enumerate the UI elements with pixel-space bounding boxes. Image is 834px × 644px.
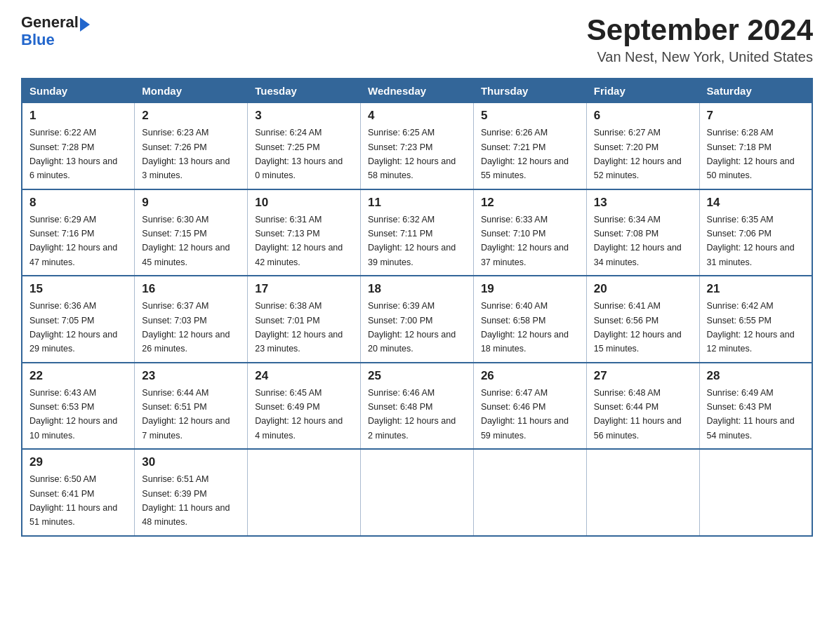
calendar-week-row: 22 Sunrise: 6:43 AMSunset: 6:53 PMDaylig…: [22, 363, 812, 450]
day-number: 8: [29, 196, 127, 210]
day-info: Sunrise: 6:29 AMSunset: 7:16 PMDaylight:…: [29, 215, 117, 267]
weekday-header-friday: Friday: [586, 79, 699, 103]
weekday-header-saturday: Saturday: [699, 79, 812, 103]
day-number: 27: [594, 369, 692, 383]
day-info: Sunrise: 6:40 AMSunset: 6:58 PMDaylight:…: [481, 301, 569, 354]
day-info: Sunrise: 6:27 AMSunset: 7:20 PMDaylight:…: [594, 128, 682, 180]
day-info: Sunrise: 6:46 AMSunset: 6:48 PMDaylight:…: [368, 388, 456, 441]
day-info: Sunrise: 6:38 AMSunset: 7:01 PMDaylight:…: [255, 301, 343, 354]
calendar-cell: 12 Sunrise: 6:33 AMSunset: 7:10 PMDaylig…: [473, 189, 586, 276]
day-number: 1: [29, 109, 127, 123]
day-number: 30: [142, 455, 240, 469]
day-number: 18: [368, 282, 466, 296]
calendar-cell: 2 Sunrise: 6:23 AMSunset: 7:26 PMDayligh…: [135, 103, 248, 189]
day-number: 25: [368, 369, 466, 383]
day-info: Sunrise: 6:31 AMSunset: 7:13 PMDaylight:…: [255, 215, 343, 267]
day-info: Sunrise: 6:35 AMSunset: 7:06 PMDaylight:…: [707, 215, 795, 267]
calendar-cell: 24 Sunrise: 6:45 AMSunset: 6:49 PMDaylig…: [248, 363, 361, 450]
calendar-cell: 15 Sunrise: 6:36 AMSunset: 7:05 PMDaylig…: [22, 276, 135, 363]
calendar-cell: 21 Sunrise: 6:42 AMSunset: 6:55 PMDaylig…: [699, 276, 812, 363]
day-info: Sunrise: 6:41 AMSunset: 6:56 PMDaylight:…: [594, 301, 682, 354]
calendar-cell: [361, 449, 474, 536]
day-number: 19: [481, 282, 579, 296]
day-info: Sunrise: 6:48 AMSunset: 6:44 PMDaylight:…: [594, 388, 682, 441]
day-info: Sunrise: 6:44 AMSunset: 6:51 PMDaylight:…: [142, 388, 230, 441]
calendar-cell: 20 Sunrise: 6:41 AMSunset: 6:56 PMDaylig…: [586, 276, 699, 363]
day-number: 6: [594, 109, 692, 123]
day-number: 5: [481, 109, 579, 123]
calendar-cell: 14 Sunrise: 6:35 AMSunset: 7:06 PMDaylig…: [699, 189, 812, 276]
day-info: Sunrise: 6:49 AMSunset: 6:43 PMDaylight:…: [707, 388, 795, 441]
weekday-header-row: SundayMondayTuesdayWednesdayThursdayFrid…: [22, 79, 812, 103]
day-number: 22: [29, 369, 127, 383]
day-number: 12: [481, 196, 579, 210]
day-number: 7: [707, 109, 805, 123]
calendar-cell: 7 Sunrise: 6:28 AMSunset: 7:18 PMDayligh…: [699, 103, 812, 189]
day-number: 17: [255, 282, 353, 296]
calendar-week-row: 29 Sunrise: 6:50 AMSunset: 6:41 PMDaylig…: [22, 449, 812, 536]
calendar-cell: 18 Sunrise: 6:39 AMSunset: 7:00 PMDaylig…: [361, 276, 474, 363]
day-info: Sunrise: 6:26 AMSunset: 7:21 PMDaylight:…: [481, 128, 569, 180]
day-info: Sunrise: 6:37 AMSunset: 7:03 PMDaylight:…: [142, 301, 230, 354]
day-number: 29: [29, 455, 127, 469]
weekday-header-tuesday: Tuesday: [248, 79, 361, 103]
page-header: General Blue September 2024 Van Nest, Ne…: [21, 14, 813, 65]
day-number: 3: [255, 109, 353, 123]
calendar-table: SundayMondayTuesdayWednesdayThursdayFrid…: [21, 78, 813, 537]
day-number: 15: [29, 282, 127, 296]
calendar-cell: 25 Sunrise: 6:46 AMSunset: 6:48 PMDaylig…: [361, 363, 474, 450]
calendar-cell: 13 Sunrise: 6:34 AMSunset: 7:08 PMDaylig…: [586, 189, 699, 276]
day-number: 26: [481, 369, 579, 383]
calendar-cell: 11 Sunrise: 6:32 AMSunset: 7:11 PMDaylig…: [361, 189, 474, 276]
calendar-cell: 8 Sunrise: 6:29 AMSunset: 7:16 PMDayligh…: [22, 189, 135, 276]
calendar-cell: 26 Sunrise: 6:47 AMSunset: 6:46 PMDaylig…: [473, 363, 586, 450]
day-info: Sunrise: 6:28 AMSunset: 7:18 PMDaylight:…: [707, 128, 795, 180]
calendar-subtitle: Van Nest, New York, United States: [587, 49, 813, 65]
day-info: Sunrise: 6:22 AMSunset: 7:28 PMDaylight:…: [29, 128, 117, 180]
calendar-cell: 30 Sunrise: 6:51 AMSunset: 6:39 PMDaylig…: [135, 449, 248, 536]
calendar-week-row: 8 Sunrise: 6:29 AMSunset: 7:16 PMDayligh…: [22, 189, 812, 276]
calendar-cell: [248, 449, 361, 536]
calendar-cell: 10 Sunrise: 6:31 AMSunset: 7:13 PMDaylig…: [248, 189, 361, 276]
day-info: Sunrise: 6:33 AMSunset: 7:10 PMDaylight:…: [481, 215, 569, 267]
day-info: Sunrise: 6:42 AMSunset: 6:55 PMDaylight:…: [707, 301, 795, 354]
calendar-cell: 1 Sunrise: 6:22 AMSunset: 7:28 PMDayligh…: [22, 103, 135, 189]
weekday-header-thursday: Thursday: [473, 79, 586, 103]
day-info: Sunrise: 6:32 AMSunset: 7:11 PMDaylight:…: [368, 215, 456, 267]
calendar-cell: 29 Sunrise: 6:50 AMSunset: 6:41 PMDaylig…: [22, 449, 135, 536]
calendar-week-row: 1 Sunrise: 6:22 AMSunset: 7:28 PMDayligh…: [22, 103, 812, 189]
day-info: Sunrise: 6:45 AMSunset: 6:49 PMDaylight:…: [255, 388, 343, 441]
calendar-cell: 3 Sunrise: 6:24 AMSunset: 7:25 PMDayligh…: [248, 103, 361, 189]
day-number: 14: [707, 196, 805, 210]
calendar-cell: 27 Sunrise: 6:48 AMSunset: 6:44 PMDaylig…: [586, 363, 699, 450]
weekday-header-wednesday: Wednesday: [361, 79, 474, 103]
calendar-week-row: 15 Sunrise: 6:36 AMSunset: 7:05 PMDaylig…: [22, 276, 812, 363]
calendar-cell: 5 Sunrise: 6:26 AMSunset: 7:21 PMDayligh…: [473, 103, 586, 189]
logo-arrow-icon: [80, 18, 90, 32]
day-info: Sunrise: 6:36 AMSunset: 7:05 PMDaylight:…: [29, 301, 117, 354]
day-info: Sunrise: 6:34 AMSunset: 7:08 PMDaylight:…: [594, 215, 682, 267]
day-number: 24: [255, 369, 353, 383]
calendar-cell: 22 Sunrise: 6:43 AMSunset: 6:53 PMDaylig…: [22, 363, 135, 450]
day-info: Sunrise: 6:25 AMSunset: 7:23 PMDaylight:…: [368, 128, 456, 180]
calendar-cell: [473, 449, 586, 536]
day-number: 20: [594, 282, 692, 296]
day-number: 4: [368, 109, 466, 123]
logo-general-text: General: [21, 13, 79, 31]
day-number: 11: [368, 196, 466, 210]
day-info: Sunrise: 6:39 AMSunset: 7:00 PMDaylight:…: [368, 301, 456, 354]
day-info: Sunrise: 6:43 AMSunset: 6:53 PMDaylight:…: [29, 388, 117, 441]
day-info: Sunrise: 6:30 AMSunset: 7:15 PMDaylight:…: [142, 215, 230, 267]
day-number: 2: [142, 109, 240, 123]
weekday-header-sunday: Sunday: [22, 79, 135, 103]
calendar-cell: 4 Sunrise: 6:25 AMSunset: 7:23 PMDayligh…: [361, 103, 474, 189]
calendar-title: September 2024: [587, 14, 813, 46]
calendar-cell: [699, 449, 812, 536]
day-number: 10: [255, 196, 353, 210]
calendar-cell: 6 Sunrise: 6:27 AMSunset: 7:20 PMDayligh…: [586, 103, 699, 189]
calendar-cell: 19 Sunrise: 6:40 AMSunset: 6:58 PMDaylig…: [473, 276, 586, 363]
title-block: September 2024 Van Nest, New York, Unite…: [587, 14, 813, 65]
day-number: 23: [142, 369, 240, 383]
calendar-cell: 9 Sunrise: 6:30 AMSunset: 7:15 PMDayligh…: [135, 189, 248, 276]
day-number: 28: [707, 369, 805, 383]
